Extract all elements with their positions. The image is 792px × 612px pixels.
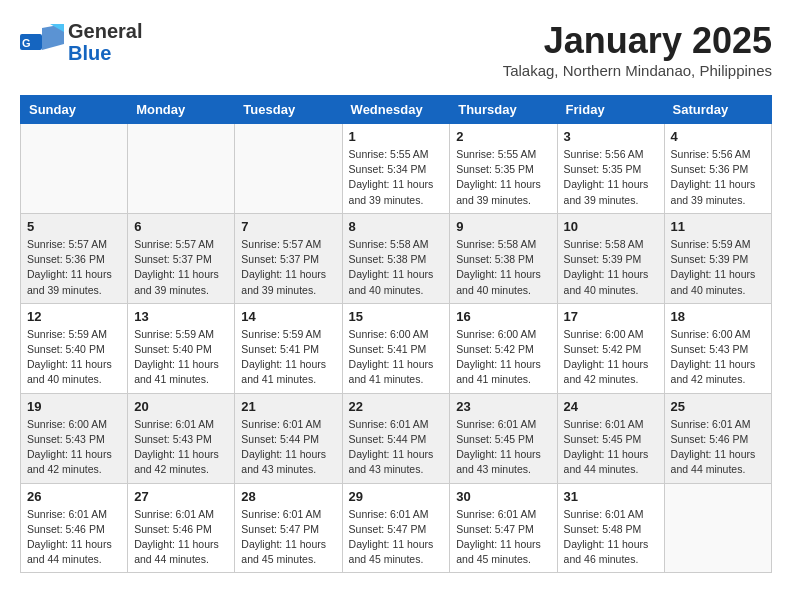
day-info: Sunrise: 5:55 AM Sunset: 5:35 PM Dayligh… xyxy=(456,147,550,208)
day-number: 31 xyxy=(564,489,658,504)
header-sunday: Sunday xyxy=(21,96,128,124)
calendar-cell xyxy=(664,483,771,573)
calendar-cell xyxy=(21,124,128,214)
day-info: Sunrise: 5:57 AM Sunset: 5:37 PM Dayligh… xyxy=(241,237,335,298)
day-number: 28 xyxy=(241,489,335,504)
day-info: Sunrise: 5:58 AM Sunset: 5:39 PM Dayligh… xyxy=(564,237,658,298)
day-info: Sunrise: 6:01 AM Sunset: 5:46 PM Dayligh… xyxy=(134,507,228,568)
day-info: Sunrise: 6:01 AM Sunset: 5:47 PM Dayligh… xyxy=(241,507,335,568)
day-info: Sunrise: 5:55 AM Sunset: 5:34 PM Dayligh… xyxy=(349,147,444,208)
calendar-cell: 2Sunrise: 5:55 AM Sunset: 5:35 PM Daylig… xyxy=(450,124,557,214)
day-number: 5 xyxy=(27,219,121,234)
calendar-cell: 9Sunrise: 5:58 AM Sunset: 5:38 PM Daylig… xyxy=(450,213,557,303)
day-number: 22 xyxy=(349,399,444,414)
day-number: 10 xyxy=(564,219,658,234)
day-number: 16 xyxy=(456,309,550,324)
day-info: Sunrise: 6:01 AM Sunset: 5:44 PM Dayligh… xyxy=(349,417,444,478)
day-info: Sunrise: 6:00 AM Sunset: 5:42 PM Dayligh… xyxy=(456,327,550,388)
day-number: 2 xyxy=(456,129,550,144)
day-number: 29 xyxy=(349,489,444,504)
calendar-week-1: 1Sunrise: 5:55 AM Sunset: 5:34 PM Daylig… xyxy=(21,124,772,214)
calendar-week-4: 19Sunrise: 6:00 AM Sunset: 5:43 PM Dayli… xyxy=(21,393,772,483)
day-number: 14 xyxy=(241,309,335,324)
day-number: 12 xyxy=(27,309,121,324)
calendar-cell: 31Sunrise: 6:01 AM Sunset: 5:48 PM Dayli… xyxy=(557,483,664,573)
day-info: Sunrise: 5:56 AM Sunset: 5:36 PM Dayligh… xyxy=(671,147,765,208)
day-info: Sunrise: 6:01 AM Sunset: 5:45 PM Dayligh… xyxy=(564,417,658,478)
logo-general: General xyxy=(68,20,142,42)
day-info: Sunrise: 6:01 AM Sunset: 5:44 PM Dayligh… xyxy=(241,417,335,478)
calendar-week-2: 5Sunrise: 5:57 AM Sunset: 5:36 PM Daylig… xyxy=(21,213,772,303)
calendar-cell: 15Sunrise: 6:00 AM Sunset: 5:41 PM Dayli… xyxy=(342,303,450,393)
calendar-cell: 20Sunrise: 6:01 AM Sunset: 5:43 PM Dayli… xyxy=(128,393,235,483)
calendar-cell: 14Sunrise: 5:59 AM Sunset: 5:41 PM Dayli… xyxy=(235,303,342,393)
calendar-cell: 5Sunrise: 5:57 AM Sunset: 5:36 PM Daylig… xyxy=(21,213,128,303)
header-thursday: Thursday xyxy=(450,96,557,124)
day-info: Sunrise: 6:00 AM Sunset: 5:42 PM Dayligh… xyxy=(564,327,658,388)
calendar-cell: 11Sunrise: 5:59 AM Sunset: 5:39 PM Dayli… xyxy=(664,213,771,303)
calendar-cell xyxy=(235,124,342,214)
calendar-cell: 13Sunrise: 5:59 AM Sunset: 5:40 PM Dayli… xyxy=(128,303,235,393)
calendar-header-row: SundayMondayTuesdayWednesdayThursdayFrid… xyxy=(21,96,772,124)
calendar-cell: 1Sunrise: 5:55 AM Sunset: 5:34 PM Daylig… xyxy=(342,124,450,214)
day-info: Sunrise: 5:59 AM Sunset: 5:41 PM Dayligh… xyxy=(241,327,335,388)
calendar-cell: 4Sunrise: 5:56 AM Sunset: 5:36 PM Daylig… xyxy=(664,124,771,214)
day-info: Sunrise: 6:01 AM Sunset: 5:48 PM Dayligh… xyxy=(564,507,658,568)
calendar-cell: 8Sunrise: 5:58 AM Sunset: 5:38 PM Daylig… xyxy=(342,213,450,303)
calendar-cell: 19Sunrise: 6:00 AM Sunset: 5:43 PM Dayli… xyxy=(21,393,128,483)
title-block: January 2025 Talakag, Northern Mindanao,… xyxy=(503,20,772,79)
day-number: 19 xyxy=(27,399,121,414)
day-number: 20 xyxy=(134,399,228,414)
day-info: Sunrise: 6:01 AM Sunset: 5:46 PM Dayligh… xyxy=(671,417,765,478)
logo-icon: G xyxy=(20,24,64,60)
calendar-week-5: 26Sunrise: 6:01 AM Sunset: 5:46 PM Dayli… xyxy=(21,483,772,573)
calendar-cell: 26Sunrise: 6:01 AM Sunset: 5:46 PM Dayli… xyxy=(21,483,128,573)
calendar: SundayMondayTuesdayWednesdayThursdayFrid… xyxy=(20,95,772,573)
calendar-cell: 18Sunrise: 6:00 AM Sunset: 5:43 PM Dayli… xyxy=(664,303,771,393)
logo: G General Blue xyxy=(20,20,142,64)
calendar-week-3: 12Sunrise: 5:59 AM Sunset: 5:40 PM Dayli… xyxy=(21,303,772,393)
svg-text:G: G xyxy=(22,37,31,49)
day-info: Sunrise: 6:01 AM Sunset: 5:43 PM Dayligh… xyxy=(134,417,228,478)
location: Talakag, Northern Mindanao, Philippines xyxy=(503,62,772,79)
day-number: 17 xyxy=(564,309,658,324)
day-number: 8 xyxy=(349,219,444,234)
calendar-cell: 27Sunrise: 6:01 AM Sunset: 5:46 PM Dayli… xyxy=(128,483,235,573)
day-info: Sunrise: 6:01 AM Sunset: 5:47 PM Dayligh… xyxy=(456,507,550,568)
calendar-cell xyxy=(128,124,235,214)
day-info: Sunrise: 6:01 AM Sunset: 5:46 PM Dayligh… xyxy=(27,507,121,568)
calendar-cell: 12Sunrise: 5:59 AM Sunset: 5:40 PM Dayli… xyxy=(21,303,128,393)
day-number: 4 xyxy=(671,129,765,144)
page-header: G General Blue January 2025 Talakag, Nor… xyxy=(20,20,772,79)
header-tuesday: Tuesday xyxy=(235,96,342,124)
day-number: 15 xyxy=(349,309,444,324)
header-monday: Monday xyxy=(128,96,235,124)
day-info: Sunrise: 6:00 AM Sunset: 5:43 PM Dayligh… xyxy=(671,327,765,388)
day-number: 13 xyxy=(134,309,228,324)
day-number: 3 xyxy=(564,129,658,144)
day-info: Sunrise: 5:56 AM Sunset: 5:35 PM Dayligh… xyxy=(564,147,658,208)
day-info: Sunrise: 5:59 AM Sunset: 5:39 PM Dayligh… xyxy=(671,237,765,298)
calendar-cell: 3Sunrise: 5:56 AM Sunset: 5:35 PM Daylig… xyxy=(557,124,664,214)
calendar-cell: 17Sunrise: 6:00 AM Sunset: 5:42 PM Dayli… xyxy=(557,303,664,393)
day-info: Sunrise: 6:01 AM Sunset: 5:45 PM Dayligh… xyxy=(456,417,550,478)
day-number: 27 xyxy=(134,489,228,504)
day-info: Sunrise: 5:57 AM Sunset: 5:36 PM Dayligh… xyxy=(27,237,121,298)
day-number: 21 xyxy=(241,399,335,414)
calendar-cell: 6Sunrise: 5:57 AM Sunset: 5:37 PM Daylig… xyxy=(128,213,235,303)
day-info: Sunrise: 5:59 AM Sunset: 5:40 PM Dayligh… xyxy=(134,327,228,388)
day-info: Sunrise: 6:01 AM Sunset: 5:47 PM Dayligh… xyxy=(349,507,444,568)
day-number: 24 xyxy=(564,399,658,414)
calendar-cell: 16Sunrise: 6:00 AM Sunset: 5:42 PM Dayli… xyxy=(450,303,557,393)
day-number: 25 xyxy=(671,399,765,414)
calendar-cell: 23Sunrise: 6:01 AM Sunset: 5:45 PM Dayli… xyxy=(450,393,557,483)
calendar-cell: 30Sunrise: 6:01 AM Sunset: 5:47 PM Dayli… xyxy=(450,483,557,573)
calendar-cell: 24Sunrise: 6:01 AM Sunset: 5:45 PM Dayli… xyxy=(557,393,664,483)
calendar-cell: 21Sunrise: 6:01 AM Sunset: 5:44 PM Dayli… xyxy=(235,393,342,483)
month-title: January 2025 xyxy=(503,20,772,62)
day-number: 30 xyxy=(456,489,550,504)
header-saturday: Saturday xyxy=(664,96,771,124)
day-number: 1 xyxy=(349,129,444,144)
day-number: 6 xyxy=(134,219,228,234)
day-info: Sunrise: 5:58 AM Sunset: 5:38 PM Dayligh… xyxy=(349,237,444,298)
